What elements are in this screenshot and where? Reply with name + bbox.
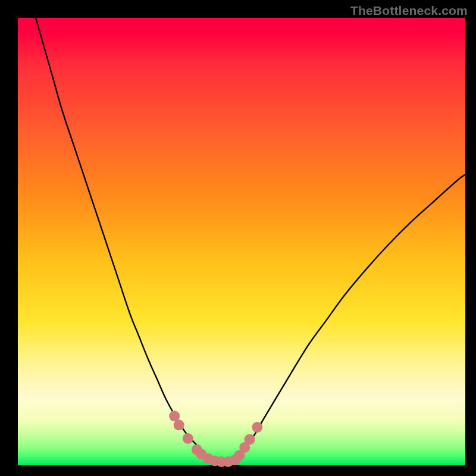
- marker-point: [252, 422, 262, 433]
- marker-point: [183, 433, 193, 444]
- curve-layer: [18, 18, 465, 465]
- watermark-text: TheBottleneck.com: [350, 4, 468, 18]
- curve-left-curve: [36, 18, 216, 462]
- chart-frame: TheBottleneck.com: [0, 0, 476, 476]
- plot-area: [18, 18, 465, 465]
- marker-point: [174, 419, 184, 430]
- curve-right-curve: [230, 174, 465, 462]
- marker-point: [245, 434, 255, 444]
